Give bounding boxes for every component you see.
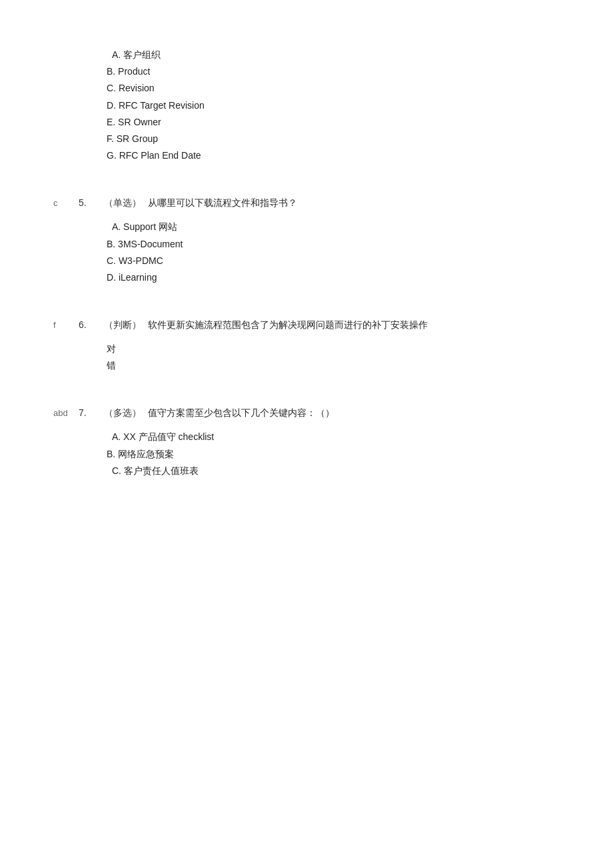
option-4-c-label: C. Revision	[107, 83, 155, 93]
question-5-block: c 5. （单选） 从哪里可以下载流程文件和指导书？ A. Support 网站…	[53, 197, 560, 286]
option-4-e: E. SR Owner	[107, 114, 560, 131]
question-4-options: A. 客户组织 B. Product C. Revision D. RFC Ta…	[53, 47, 560, 164]
question-5-number: 5.	[79, 197, 97, 208]
option-6-wrong-text: 错	[107, 360, 116, 371]
option-4-d: D. RFC Target Revision	[107, 97, 560, 114]
question-5-header: c 5. （单选） 从哪里可以下载流程文件和指导书？	[53, 197, 560, 209]
option-5-c: C. W3-PDMC	[107, 253, 560, 269]
option-4-c: C. Revision	[107, 80, 560, 97]
option-4-e-label: E. SR Owner	[107, 117, 161, 127]
option-4-a: A. 客户组织	[112, 47, 560, 63]
question-6-block: f 6. （判断） 软件更新实施流程范围包含了为解决现网问题而进行的补丁安装操作…	[53, 319, 560, 374]
question-6-header: f 6. （判断） 软件更新实施流程范围包含了为解决现网问题而进行的补丁安装操作	[53, 319, 560, 331]
option-4-g-label: G. RFC Plan End Date	[107, 150, 201, 161]
option-5-c-text: C. W3-PDMC	[107, 255, 163, 266]
options-list-5: A. Support 网站 B. 3MS-Document C. W3-PDMC…	[107, 219, 560, 286]
option-6-correct-text: 对	[107, 343, 116, 354]
option-5-b-text: B. 3MS-Document	[107, 239, 183, 249]
options-list-7: A. XX 产品值守 checklist B. 网络应急预案 C. 客户责任人值…	[107, 429, 560, 479]
option-5-d-text: D. iLearning	[107, 272, 157, 283]
options-list-6: 对 错	[107, 341, 560, 374]
question-6-answer: f	[53, 320, 72, 330]
option-4-f-label: F. SR Group	[107, 133, 158, 144]
option-4-g: G. RFC Plan End Date	[107, 147, 560, 164]
question-5-answer: c	[53, 198, 72, 208]
options-list-4: A. 客户组织 B. Product C. Revision D. RFC Ta…	[107, 47, 560, 164]
question-5-text: 从哪里可以下载流程文件和指导书？	[148, 197, 297, 209]
option-7-c: C. 客户责任人值班表	[112, 463, 560, 479]
option-7-c-text: C. 客户责任人值班表	[112, 465, 199, 476]
option-6-wrong: 错	[107, 357, 560, 374]
option-6-correct: 对	[107, 341, 560, 357]
question-7-block: abd 7. （多选） 值守方案需至少包含以下几个关键内容：（） A. XX 产…	[53, 407, 560, 479]
question-7-answer: abd	[53, 408, 72, 418]
question-5-type: （单选）	[104, 197, 141, 209]
question-7-number: 7.	[79, 407, 97, 418]
option-5-d: D. iLearning	[107, 269, 560, 286]
option-7-b: B. 网络应急预案	[107, 446, 560, 463]
option-7-b-text: B. 网络应急预案	[107, 449, 174, 459]
option-4-f: F. SR Group	[107, 131, 560, 147]
question-7-text: 值守方案需至少包含以下几个关键内容：（）	[148, 407, 334, 419]
option-5-a-text: A. Support 网站	[112, 221, 177, 232]
option-4-a-label: A. 客户组织	[112, 49, 161, 60]
option-4-d-label: D. RFC Target Revision	[107, 100, 205, 111]
question-7-type: （多选）	[104, 407, 141, 419]
option-4-b: B. Product	[107, 63, 560, 80]
option-5-b: B. 3MS-Document	[107, 236, 560, 253]
option-7-a: A. XX 产品值守 checklist	[112, 429, 560, 445]
option-4-b-label: B. Product	[107, 66, 150, 77]
question-6-type: （判断）	[104, 319, 141, 331]
question-6-number: 6.	[79, 319, 97, 330]
option-5-a: A. Support 网站	[112, 219, 560, 235]
question-6-text: 软件更新实施流程范围包含了为解决现网问题而进行的补丁安装操作	[148, 319, 428, 331]
question-7-header: abd 7. （多选） 值守方案需至少包含以下几个关键内容：（）	[53, 407, 560, 419]
option-7-a-text: A. XX 产品值守 checklist	[112, 431, 214, 442]
